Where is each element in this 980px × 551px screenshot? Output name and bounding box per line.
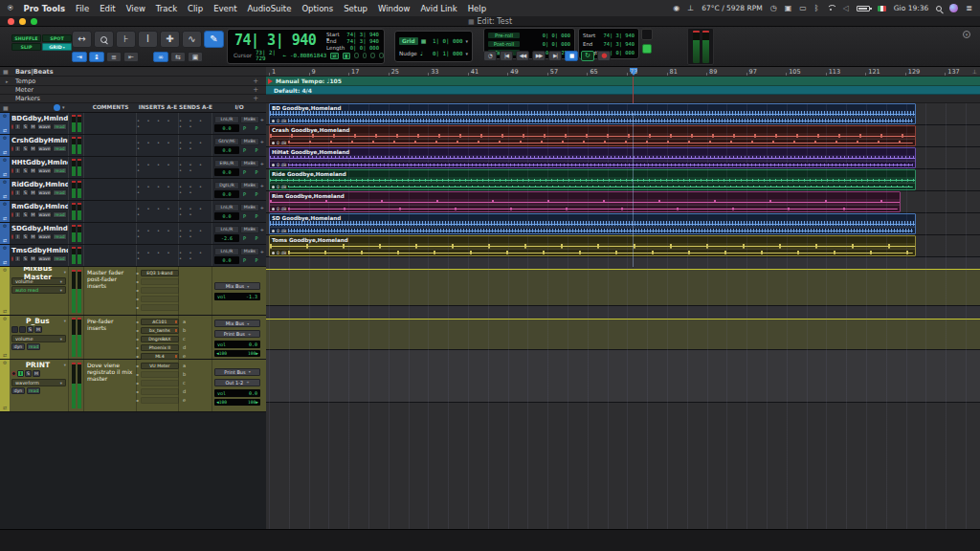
menu-track[interactable]: Track bbox=[156, 4, 177, 13]
loop-play-button[interactable]: ↻ bbox=[581, 51, 594, 61]
sel-end-value[interactable]: 74| 3| 940 bbox=[346, 38, 379, 45]
input-path[interactable]: LnL/R bbox=[214, 226, 239, 233]
menu-pro-tools[interactable]: Pro Tools bbox=[23, 4, 65, 13]
insert-empty-slot[interactable] bbox=[141, 371, 179, 378]
stop-button[interactable]: ■ bbox=[565, 51, 578, 61]
track-view-selector[interactable]: volume▾ bbox=[11, 335, 66, 342]
preroll-enable-button[interactable] bbox=[642, 44, 652, 54]
comments-cell[interactable] bbox=[84, 157, 137, 178]
track-color-strip[interactable]: ⚙⇄ bbox=[0, 157, 10, 178]
screen-record-icon[interactable]: ◉ bbox=[673, 5, 679, 12]
record-enable-button[interactable] bbox=[11, 234, 13, 239]
audio-clip-ride-goodbye-homeland[interactable]: Ride Goodbye,Homeland0 dB bbox=[269, 169, 916, 190]
inserts-cell[interactable]: • • • • • bbox=[137, 245, 179, 266]
online-button[interactable]: ◔ bbox=[483, 51, 497, 61]
track-i-button[interactable]: I bbox=[14, 167, 21, 174]
track-color-strip[interactable]: ⚙⇄ bbox=[0, 113, 10, 134]
menu-help[interactable]: Help bbox=[468, 4, 486, 13]
track-gear-icon[interactable]: ⚙ bbox=[3, 268, 7, 273]
markers-lane[interactable] bbox=[266, 95, 980, 103]
track-gear-icon[interactable]: ⚙ bbox=[3, 224, 7, 229]
volume-display[interactable]: -2.6 bbox=[214, 234, 239, 242]
track-s-button[interactable]: S bbox=[27, 326, 33, 333]
ruler-view-icon[interactable]: ▦ bbox=[3, 68, 9, 75]
track-name[interactable]: HHtGdby,Hmlnd bbox=[11, 159, 69, 166]
clip-volume-lane[interactable]: 0 dB bbox=[270, 161, 915, 167]
track-i-button[interactable]: I bbox=[14, 211, 21, 218]
send-slot-d[interactable]: d bbox=[183, 387, 186, 396]
track-color-strip[interactable]: ⚙⇄ bbox=[0, 316, 10, 359]
automation-mode-selector[interactable]: read bbox=[53, 123, 67, 130]
track-name[interactable]: RmGdby,Hmlnd bbox=[11, 203, 69, 210]
automation-mode-selector[interactable]: auto read▾ bbox=[11, 286, 66, 294]
insert-empty-slot[interactable] bbox=[141, 304, 179, 311]
track-s-button[interactable]: S bbox=[22, 167, 29, 174]
status-dot-2[interactable] bbox=[363, 53, 368, 58]
track-i-button[interactable]: I bbox=[14, 145, 21, 152]
comments-column-header[interactable]: COMMENTS bbox=[84, 104, 137, 110]
track-i-button[interactable]: I bbox=[14, 189, 21, 196]
volume-display[interactable]: 0.0 bbox=[214, 256, 239, 264]
track-dyn-button[interactable]: dyn bbox=[11, 387, 25, 394]
nudge-label[interactable]: Nudge bbox=[399, 51, 417, 56]
status-dot-4[interactable] bbox=[379, 53, 384, 58]
comments-cell[interactable] bbox=[84, 179, 137, 200]
tempo-lane[interactable]: Manual Tempo: ♩105 bbox=[266, 77, 980, 86]
main-counter-value[interactable]: 74| 3| 940 bbox=[234, 32, 316, 49]
sends-column-header[interactable]: SENDS A-E bbox=[179, 104, 212, 110]
track-view-selector[interactable]: wave bbox=[37, 233, 52, 240]
preroll-label[interactable]: Pre-roll bbox=[488, 33, 520, 38]
edit-mode-shuffle[interactable]: SHUFFLE bbox=[11, 34, 41, 42]
apple-menu-icon[interactable]: ⍟ bbox=[8, 3, 12, 13]
track-view-selector[interactable]: wave bbox=[37, 211, 52, 218]
insert-ac101[interactable]: AC101 bbox=[141, 319, 179, 325]
tab-to-transient-button[interactable]: ⇥ bbox=[72, 52, 87, 62]
blank-button[interactable] bbox=[19, 326, 26, 333]
time-machine-icon[interactable]: ◷ bbox=[770, 5, 777, 12]
comments-cell[interactable] bbox=[84, 245, 137, 266]
track-gear-icon[interactable]: ⚙ bbox=[3, 114, 7, 119]
input-source-icon[interactable]: ▣ bbox=[785, 5, 792, 12]
track-s-button[interactable]: S bbox=[22, 255, 29, 262]
input-path[interactable]: LnL/R bbox=[214, 116, 239, 123]
t-end-value[interactable]: 74| 3| 940 bbox=[604, 41, 635, 47]
record-enable-button[interactable] bbox=[11, 168, 13, 173]
sends-cell[interactable]: • • • • • bbox=[179, 135, 212, 156]
record-enable-button[interactable] bbox=[11, 146, 13, 151]
track-m-button[interactable]: M bbox=[30, 167, 36, 174]
comments-cell[interactable] bbox=[84, 135, 137, 156]
inserts-cell[interactable]: • • • • • bbox=[137, 157, 179, 178]
go-to-end-button[interactable]: ▶| bbox=[548, 51, 562, 61]
output-path-mix-bus[interactable]: Mix Bus▾ bbox=[214, 282, 260, 290]
clip-volume-lane[interactable]: 0 dB bbox=[270, 249, 915, 255]
edit-mode-grid[interactable]: GRID▾ bbox=[42, 43, 72, 51]
pan-display[interactable]: P P bbox=[243, 191, 262, 197]
timeline-insertion-chip[interactable]: ⇄ bbox=[330, 53, 338, 59]
track-view-selector[interactable]: wave bbox=[37, 167, 52, 174]
tempo-value[interactable]: 105 bbox=[329, 77, 342, 84]
meter-lane[interactable]: Default: 4/4 bbox=[266, 86, 980, 95]
sends-cell[interactable]: • • • • • bbox=[179, 179, 212, 200]
link-track-edit-selection-button[interactable]: ⇆ bbox=[170, 52, 186, 62]
status-dot-3[interactable] bbox=[370, 53, 375, 58]
pan-display[interactable]: ◀100100▶ bbox=[214, 350, 260, 357]
inserts-cell[interactable]: • • • • • bbox=[137, 179, 179, 200]
menu-window[interactable]: Window bbox=[378, 4, 411, 13]
track-gear-icon[interactable]: ⚙ bbox=[3, 136, 7, 141]
volume-display[interactable]: 0.0 bbox=[214, 146, 239, 154]
track-color-strip[interactable]: ⚙⇄ bbox=[0, 360, 10, 411]
output-path[interactable]: MxBs bbox=[240, 248, 259, 255]
sends-cell[interactable]: • • • • • bbox=[179, 223, 212, 244]
insert-phoenix-ii[interactable]: Phoenix II bbox=[141, 344, 179, 351]
insert-empty-slot[interactable] bbox=[141, 278, 179, 285]
audio-clip-crash-goodbye-homeland[interactable]: Crash Goodbye,Homeland0 dB bbox=[269, 125, 916, 146]
track-s-button[interactable]: S bbox=[22, 233, 29, 240]
bars-beats-ruler[interactable]: ⊥ 19172533414957657381899710511312112913… bbox=[266, 67, 980, 77]
menu-clip[interactable]: Clip bbox=[188, 4, 203, 13]
meter-default-value[interactable]: Default: 4/4 bbox=[274, 87, 312, 94]
menu-avid-link[interactable]: Avid Link bbox=[420, 4, 457, 13]
insert-empty-slot[interactable] bbox=[141, 388, 179, 395]
grid-label[interactable]: Grid bbox=[399, 37, 418, 45]
track-list-view-icon[interactable]: ▦ bbox=[3, 104, 9, 111]
comments-cell[interactable] bbox=[84, 201, 137, 222]
